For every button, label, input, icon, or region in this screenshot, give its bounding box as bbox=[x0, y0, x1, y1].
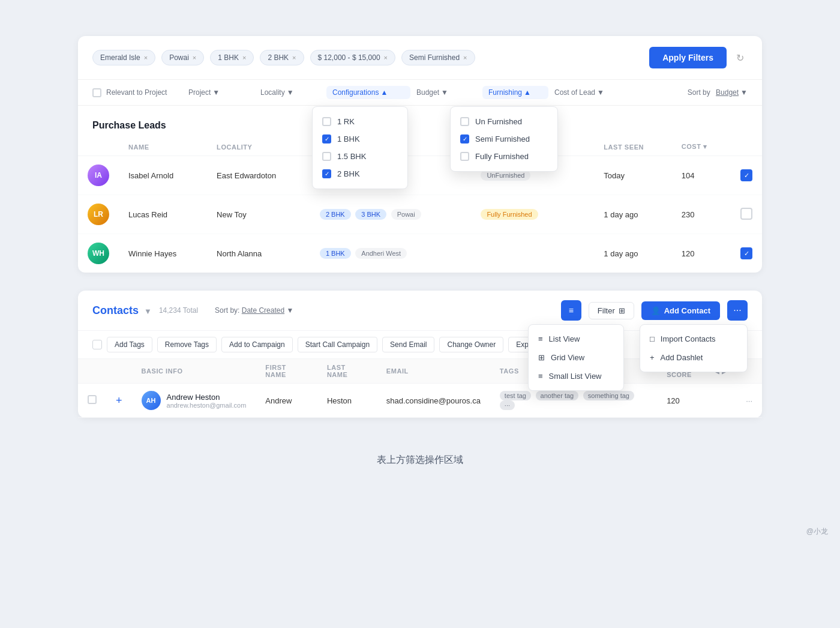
apply-filters-button[interactable]: Apply Filters bbox=[649, 47, 727, 68]
furnish-option-semi[interactable]: Semi Furnished bbox=[451, 130, 557, 148]
config-cb-1rk[interactable] bbox=[322, 117, 331, 126]
config-tag: 1 BHK bbox=[320, 248, 351, 259]
view-dropdown: ≡ List View ⊞ Grid View ≡ Small List Vie… bbox=[528, 324, 624, 391]
last-seen: 1 day ago bbox=[594, 195, 671, 234]
send-email-button[interactable]: Send Email bbox=[382, 337, 434, 352]
th-first-name: FIRST NAME bbox=[256, 359, 317, 384]
contact-row: + AH Andrew Heston andrew.heston@gmail.c… bbox=[78, 384, 762, 418]
config-arrow-icon: ▲ bbox=[380, 88, 388, 97]
furnish-cb-semi[interactable] bbox=[460, 134, 469, 143]
small-list-view-option[interactable]: ≡ Small List View bbox=[529, 367, 623, 385]
start-call-campaign-button[interactable]: Start Call Campaign bbox=[298, 337, 377, 352]
add-to-campaign-button[interactable]: Add to Campaign bbox=[221, 337, 293, 352]
remove-tag-1bhk[interactable]: × bbox=[242, 55, 246, 61]
cost-arrow-icon: ▼ bbox=[597, 88, 604, 97]
filter-tag-budget[interactable]: $ 12,000 - $ 15,000 × bbox=[310, 50, 396, 65]
col-sort-by[interactable]: Sort by Budget ▼ bbox=[688, 88, 748, 97]
contact-email-sub: andrew.heston@gmail.com bbox=[167, 402, 247, 409]
contacts-total: 14,234 Total bbox=[159, 306, 198, 315]
last-seen: Today bbox=[594, 156, 671, 195]
th-last-seen: LAST SEEN bbox=[594, 138, 671, 156]
remove-tag-emerald-isle[interactable]: × bbox=[144, 55, 148, 61]
remove-tag-powai[interactable]: × bbox=[193, 55, 196, 61]
relevant-checkbox[interactable] bbox=[92, 88, 101, 97]
remove-tag-2bhk[interactable]: × bbox=[292, 55, 296, 61]
row-checkbox[interactable] bbox=[740, 169, 752, 181]
select-all-checkbox[interactable] bbox=[92, 340, 102, 349]
import-icon: □ bbox=[650, 334, 655, 343]
col-relevant[interactable]: Relevant to Project bbox=[92, 88, 188, 97]
table-row: LR Lucas Reid New Toy 2 BHK 3 BHK Powai bbox=[78, 195, 762, 234]
contact-last-name: Heston bbox=[317, 384, 377, 418]
filter-button[interactable]: Filter ⊞ bbox=[589, 302, 634, 319]
tags-more[interactable]: ··· bbox=[500, 400, 515, 410]
contacts-header: Contacts ▼ 14,234 Total Sort by: Date Cr… bbox=[78, 291, 762, 331]
list-view-button[interactable]: ≡ bbox=[561, 300, 581, 321]
config-cb-15bhk[interactable] bbox=[322, 152, 331, 161]
change-owner-button[interactable]: Change Owner bbox=[439, 337, 503, 352]
filter-tag-1bhk[interactable]: 1 BHK × bbox=[210, 50, 254, 65]
more-options-button[interactable]: ··· bbox=[727, 300, 748, 321]
config-option-15bhk[interactable]: 1.5 BHK bbox=[313, 148, 407, 165]
config-option-1bhk[interactable]: 1 BHK bbox=[313, 130, 407, 148]
contacts-title: Contacts ▼ bbox=[92, 304, 152, 317]
contact-lead-score: 120 bbox=[657, 384, 736, 418]
furnish-cb-unfurnished[interactable] bbox=[460, 117, 469, 126]
config-option-2bhk[interactable]: 2 BHK bbox=[313, 165, 407, 183]
remove-tags-button[interactable]: Remove Tags bbox=[157, 337, 217, 352]
filter-tag-powai[interactable]: Powai × bbox=[161, 50, 204, 65]
col-locality[interactable]: Locality ▼ bbox=[260, 88, 326, 97]
sort-label: Sort by: Date Created ▼ bbox=[215, 306, 293, 315]
config-tag: 2 BHK bbox=[320, 209, 351, 220]
row-checkbox[interactable] bbox=[740, 208, 752, 220]
contact-avatar: AH bbox=[142, 391, 161, 410]
config-option-1rk[interactable]: 1 RK bbox=[313, 113, 407, 130]
table-row: IA Isabel Arnold East Edwardoton 2 BHK P… bbox=[78, 156, 762, 195]
col-configurations[interactable]: Configurations ▲ bbox=[326, 86, 410, 99]
contact-name: Andrew Heston bbox=[167, 393, 247, 402]
add-contact-button[interactable]: 👤 Add Contact bbox=[641, 301, 720, 320]
col-cost-of-lead[interactable]: Cost of Lead ▼ bbox=[554, 88, 626, 97]
cost: 104 bbox=[672, 156, 731, 195]
th-locality: LOCALITY bbox=[207, 138, 310, 156]
filter-tag-2bhk[interactable]: 2 BHK × bbox=[260, 50, 304, 65]
col-furnishing[interactable]: Furnishing ▲ bbox=[482, 86, 548, 99]
furnish-cb-fully[interactable] bbox=[460, 152, 469, 161]
filter-tag-semi-furnished[interactable]: Semi Furnished × bbox=[401, 50, 475, 65]
import-contacts-option[interactable]: □ Import Contacts bbox=[640, 330, 747, 348]
lead-locality: New Toy bbox=[217, 210, 247, 219]
remove-tag-budget[interactable]: × bbox=[384, 55, 388, 61]
avatar: IA bbox=[88, 165, 109, 186]
refresh-button[interactable]: ↻ bbox=[733, 49, 748, 67]
add-dashlet-option[interactable]: + Add Dashlet bbox=[640, 348, 747, 367]
filter-tag-emerald-isle[interactable]: Emerald Isle × bbox=[92, 50, 155, 65]
list-view-option[interactable]: ≡ List View bbox=[529, 330, 623, 348]
furnish-option-fully[interactable]: Fully Furnished bbox=[451, 148, 557, 165]
config-cb-2bhk[interactable] bbox=[322, 169, 331, 178]
project-arrow-icon: ▼ bbox=[212, 88, 220, 97]
furnishing-arrow-icon: ▲ bbox=[524, 88, 531, 97]
avatar: LR bbox=[88, 204, 109, 225]
row-more-icon[interactable]: ··· bbox=[746, 396, 752, 405]
contact-basic-info: AH Andrew Heston andrew.heston@gmail.com bbox=[142, 391, 247, 410]
config-cb-1bhk[interactable] bbox=[322, 134, 331, 143]
row-checkbox[interactable] bbox=[740, 247, 752, 259]
grid-view-option[interactable]: ⊞ Grid View bbox=[529, 348, 623, 367]
contact-checkbox[interactable] bbox=[88, 395, 97, 404]
purchase-leads-card: Emerald Isle × Powai × 1 BHK × 2 BHK × $… bbox=[78, 36, 762, 273]
filter-icon: ⊞ bbox=[619, 306, 625, 315]
furnish-option-unfurnished[interactable]: Un Furnished bbox=[451, 113, 557, 130]
contact-tag: something tag bbox=[583, 391, 634, 400]
col-project[interactable]: Project ▼ bbox=[188, 88, 260, 97]
th-basic-info: BASIC INFO bbox=[132, 359, 256, 384]
remove-tag-semi-furnished[interactable]: × bbox=[463, 55, 467, 61]
contact-email: shad.considine@pouros.ca bbox=[377, 384, 490, 418]
config-tag: 3 BHK bbox=[355, 209, 386, 220]
th-last-name: LAST NAME bbox=[317, 359, 377, 384]
add-contact-row-icon: + bbox=[116, 394, 122, 406]
config-tag: Andheri West bbox=[355, 248, 407, 259]
cost: 230 bbox=[672, 195, 731, 234]
leads-table: NAME LOCALITY CONFIGURATIONS LEAD PREFER… bbox=[78, 138, 762, 273]
col-budget[interactable]: Budget ▼ bbox=[416, 88, 476, 97]
add-tags-button[interactable]: Add Tags bbox=[107, 337, 152, 352]
